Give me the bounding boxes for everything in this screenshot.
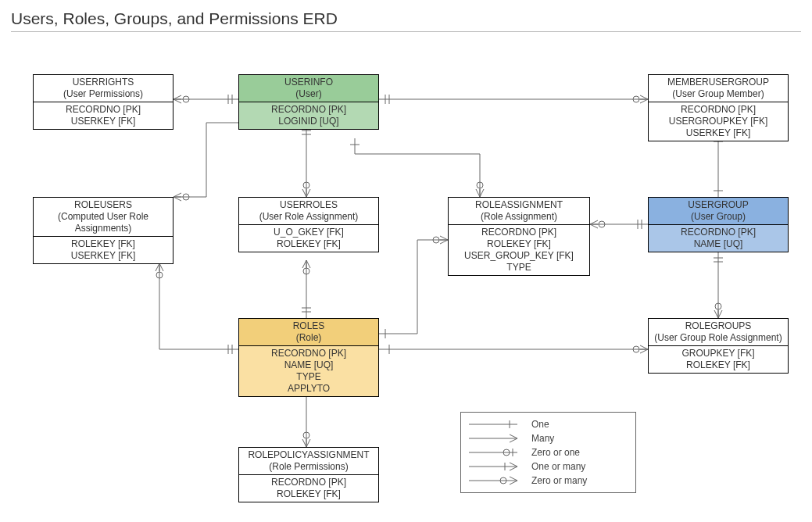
attr: RECORDNO [PK]	[242, 348, 375, 359]
svg-point-13	[633, 96, 639, 102]
attr: GROUPKEY [FK]	[652, 348, 785, 359]
entity-sub: (User Group Role Assignment)	[652, 332, 785, 344]
svg-point-10	[183, 96, 189, 102]
erd-canvas: USERRIGHTS(User Permissions) RECORDNO [P…	[11, 37, 801, 521]
entity-userinfo: USERINFO(User) RECORDNO [PK]LOGINID [UQ]	[238, 74, 379, 130]
entity-name: USERRIGHTS	[37, 77, 170, 88]
entity-sub: (Role Permissions)	[242, 461, 375, 473]
entity-sub: (Role Assignment)	[452, 211, 586, 223]
entity-memberusergroup: MEMBERUSERGROUP(User Group Member) RECOR…	[648, 74, 789, 141]
entity-sub: (Role)	[242, 332, 375, 344]
entity-sub: (User Role Assignment)	[242, 211, 375, 223]
entity-rolegroups: ROLEGROUPS(User Group Role Assignment) G…	[648, 318, 789, 374]
svg-point-16	[303, 182, 309, 188]
legend-zero-or-one: Zero or one	[469, 445, 628, 459]
entity-usergroup: USERGROUP(User Group) RECORDNO [PK]NAME …	[648, 197, 789, 252]
attr: ROLEKEY [FK]	[652, 359, 785, 371]
attr: ROLEKEY [FK]	[37, 238, 170, 250]
svg-point-24	[599, 221, 605, 227]
entity-sub: (User Group Member)	[652, 88, 785, 100]
legend-many: Many	[469, 431, 628, 445]
entity-name: MEMBERUSERGROUP	[652, 77, 785, 88]
svg-point-19	[183, 194, 189, 200]
attr: USERKEY [FK]	[652, 127, 785, 139]
attr: USERGROUPKEY [FK]	[652, 116, 785, 127]
legend: One Many Zero or one One or many Zero or…	[460, 412, 636, 493]
page-title: Users, Roles, Groups, and Permissions ER…	[11, 9, 801, 32]
entity-name: USERGROUP	[652, 199, 785, 211]
attr: LOGINID [UQ]	[242, 116, 375, 127]
attr: ROLEKEY [FK]	[452, 238, 586, 250]
legend-one: One	[469, 417, 628, 431]
entity-userrights: USERRIGHTS(User Permissions) RECORDNO [P…	[33, 74, 173, 130]
attr: TYPE	[242, 371, 375, 383]
entity-sub: (User Group)	[652, 211, 785, 223]
attr: USERKEY [FK]	[37, 250, 170, 262]
attr: ROLEKEY [FK]	[242, 488, 375, 500]
entity-roleassignment: ROLEASSIGNMENT(Role Assignment) RECORDNO…	[448, 197, 590, 276]
entity-roles: ROLES(Role) RECORDNO [PK]NAME [UQ]TYPEAP…	[238, 318, 379, 397]
svg-point-27	[715, 303, 721, 309]
svg-point-38	[633, 346, 639, 352]
attr: RECORDNO [PK]	[242, 477, 375, 488]
entity-name: ROLEPOLICYASSIGNMENT	[242, 449, 375, 461]
attr: RECORDNO [PK]	[652, 104, 785, 116]
attr: RECORDNO [PK]	[452, 227, 586, 238]
entity-sub: (Computed User Role Assignments)	[37, 211, 170, 234]
attr: RECORDNO [PK]	[37, 104, 170, 116]
entity-userroles: USERROLES(User Role Assignment) U_O_GKEY…	[238, 197, 379, 252]
attr: USERKEY [FK]	[37, 116, 170, 127]
entity-rolepolicyassignment: ROLEPOLICYASSIGNMENT(Role Permissions) R…	[238, 447, 379, 502]
svg-point-30	[303, 268, 309, 274]
entity-name: ROLEGROUPS	[652, 320, 785, 332]
entity-sub: (User)	[242, 88, 375, 100]
attr: U_O_GKEY [FK]	[242, 227, 375, 238]
attr: NAME [UQ]	[242, 359, 375, 371]
svg-point-35	[156, 272, 163, 278]
attr: APPLYTO	[242, 383, 375, 395]
attr: RECORDNO [PK]	[242, 104, 375, 116]
svg-point-40	[303, 432, 309, 438]
svg-point-20	[477, 182, 483, 188]
attr: RECORDNO [PK]	[652, 227, 785, 238]
entity-sub: (User Permissions)	[37, 88, 170, 100]
entity-name: ROLES	[242, 320, 375, 332]
attr: NAME [UQ]	[652, 238, 785, 250]
legend-one-or-many: One or many	[469, 459, 628, 474]
attr: TYPE	[452, 262, 586, 274]
legend-zero-or-many: Zero or many	[469, 474, 628, 488]
attr: ROLEKEY [FK]	[242, 238, 375, 250]
entity-name: ROLEUSERS	[37, 199, 170, 211]
entity-name: USERINFO	[242, 77, 375, 88]
entity-name: USERROLES	[242, 199, 375, 211]
attr: USER_GROUP_KEY [FK]	[452, 250, 586, 262]
svg-point-33	[433, 237, 439, 243]
entity-roleusers: ROLEUSERS(Computed User Role Assignments…	[33, 197, 173, 264]
entity-name: ROLEASSIGNMENT	[452, 199, 586, 211]
